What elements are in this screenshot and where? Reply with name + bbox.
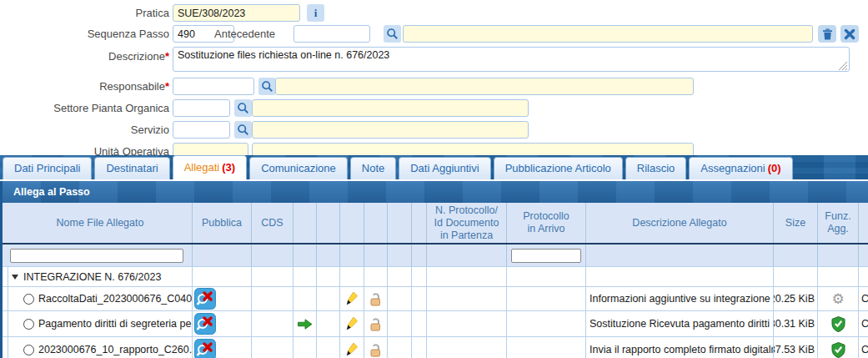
assegnazioni-count-badge: (0) — [768, 162, 781, 174]
attachment-row: 2023000676_10_rapporto_C260.pdf.p — [3, 337, 868, 358]
attachment-extra: C — [859, 287, 868, 310]
pratica-input[interactable] — [173, 4, 300, 22]
radio-icon[interactable] — [23, 319, 34, 330]
attachment-size: 20.25 KiB — [774, 287, 818, 310]
attachment-description: Informazioni aggiuntive su integrazione — [586, 287, 774, 310]
descrizione-label: Descrizione* — [0, 50, 169, 63]
servizio-input[interactable] — [173, 121, 230, 139]
antecedente-input[interactable] — [294, 25, 370, 43]
antecedente-desc-input[interactable] — [403, 25, 813, 43]
info-button[interactable]: i — [307, 4, 324, 22]
settore-desc-input[interactable] — [252, 99, 529, 117]
group-row: INTEGRAZIONE N. 676/2023 — [3, 267, 868, 287]
radio-icon[interactable] — [23, 294, 34, 305]
search-icon — [386, 28, 399, 40]
edit-pencil-icon[interactable] — [346, 342, 359, 357]
group-label: INTEGRAZIONE N. 676/2023 — [23, 271, 161, 283]
antecedente-search-button[interactable] — [384, 25, 401, 43]
filter-row — [3, 245, 868, 267]
servizio-desc-input[interactable] — [252, 121, 529, 139]
col-funz-agg[interactable]: Funz. Agg. — [818, 203, 859, 243]
settore-input[interactable] — [173, 99, 230, 117]
tab-pubblicazione-articolo[interactable]: Pubblicazione Articolo — [494, 157, 623, 179]
tab-dati-aggiuntivi[interactable]: Dati Aggiuntivi — [399, 157, 490, 179]
attachment-description: Invia il rapporto completo firmato digit… — [586, 337, 774, 358]
close-x-icon — [844, 28, 855, 40]
open-padlock-icon[interactable] — [369, 343, 383, 357]
col-size[interactable]: Size — [774, 203, 818, 243]
tab-destinatari[interactable]: Destinatari — [94, 157, 169, 179]
attachment-extra: C — [859, 337, 868, 358]
responsabile-label: Responsabile* — [0, 80, 169, 93]
settore-label: Settore Pianta Organica — [0, 102, 169, 114]
expand-button[interactable] — [840, 25, 859, 43]
publish-remove-icon — [194, 288, 216, 310]
tab-note[interactable]: Note — [350, 157, 396, 179]
col-cds[interactable]: CDS — [252, 203, 294, 243]
tab-rilascio[interactable]: Rilascio — [625, 157, 687, 179]
col-pubblica[interactable]: Pubblica — [193, 203, 252, 243]
edit-pencil-icon[interactable] — [346, 291, 359, 306]
attachments-table: Nome File Allegato Pubblica CDS N. Proto… — [3, 203, 868, 358]
pratica-step-window: Pratica i Sequenza Passo Antecedente Des… — [0, 0, 868, 358]
col-descrizione-allegato[interactable]: Descrizione Allegato — [586, 203, 774, 243]
publish-remove-button[interactable] — [194, 339, 216, 358]
file-name: RaccoltaDati_2023000676_C040.pdf — [38, 293, 193, 305]
tab-strip: Dati Principali Destinatari Allegati(3) … — [0, 155, 868, 181]
nome-file-filter-input[interactable] — [10, 249, 183, 263]
responsabile-search-button[interactable] — [258, 78, 276, 95]
servizio-label: Servizio — [0, 124, 169, 136]
publish-remove-button[interactable] — [194, 288, 216, 310]
publish-remove-icon — [194, 313, 216, 335]
tab-dati-principali[interactable]: Dati Principali — [3, 157, 92, 179]
col-protocollo-in-arrivo[interactable]: Protocollo in Arrivo — [507, 203, 586, 243]
file-name: Pagamento diritti di segreteria per Ti — [38, 318, 193, 330]
responsabile-desc-input[interactable] — [275, 78, 694, 95]
tab-assegnazioni[interactable]: Assegnazioni(0) — [689, 157, 792, 179]
shield-check-icon — [831, 342, 845, 358]
file-name: 2023000676_10_rapporto_C260.pdf.p — [38, 344, 193, 355]
allegati-panel: Allega al Passo Nome File Allegato Pubbl… — [0, 181, 868, 358]
pratica-label: Pratica — [0, 7, 169, 19]
attachment-description: Sostituzione Ricevuta pagamento diritti … — [586, 311, 774, 336]
open-padlock-icon[interactable] — [369, 292, 383, 306]
panel-title: Allega al Passo — [13, 186, 90, 198]
antecedente-label: Antecedente — [210, 28, 275, 40]
edit-pencil-icon[interactable] — [346, 316, 359, 331]
open-padlock-icon[interactable] — [369, 317, 383, 331]
green-arrow-icon — [298, 319, 313, 330]
attachment-size: 37.53 KiB — [774, 337, 818, 358]
descrizione-textarea[interactable]: Sostituzione files richiesta on-line n. … — [173, 47, 850, 72]
tab-comunicazione[interactable]: Comunicazione — [249, 157, 348, 179]
table-header-row: Nome File Allegato Pubblica CDS N. Proto… — [3, 203, 868, 245]
collapse-triangle-icon[interactable] — [12, 275, 18, 280]
responsabile-input[interactable] — [173, 78, 254, 95]
attachment-extra: C — [859, 311, 868, 336]
sequenza-passo-label: Sequenza Passo — [0, 28, 169, 40]
tab-allegati[interactable]: Allegati(3) — [173, 155, 248, 179]
servizio-search-button[interactable] — [234, 121, 252, 139]
attachment-size: 30.31 KiB — [774, 311, 818, 336]
allegati-count-badge: (3) — [222, 161, 235, 174]
trash-icon — [822, 28, 833, 40]
gear-icon: ⚙ — [831, 292, 844, 306]
col-n-protocollo[interactable]: N. Protocollo/ Id Documento in Partenza — [427, 203, 507, 243]
delete-button[interactable] — [818, 25, 836, 43]
search-icon — [237, 124, 249, 136]
panel-title-bar: Allega al Passo — [3, 181, 868, 203]
radio-icon[interactable] — [23, 345, 34, 355]
publish-remove-icon — [194, 339, 216, 358]
settore-search-button[interactable] — [234, 99, 252, 117]
search-icon — [237, 102, 249, 114]
col-nome-file-allegato[interactable]: Nome File Allegato — [8, 203, 193, 243]
info-icon: i — [314, 7, 318, 20]
protocollo-arrivo-filter-input[interactable] — [511, 249, 581, 263]
attachment-row: Pagamento diritti di segreteria per Ti — [3, 311, 868, 337]
publish-remove-button[interactable] — [194, 313, 216, 335]
shield-check-icon — [831, 316, 845, 332]
attachment-row: RaccoltaDati_2023000676_C040.pdf — [3, 287, 868, 311]
search-icon — [261, 80, 273, 93]
